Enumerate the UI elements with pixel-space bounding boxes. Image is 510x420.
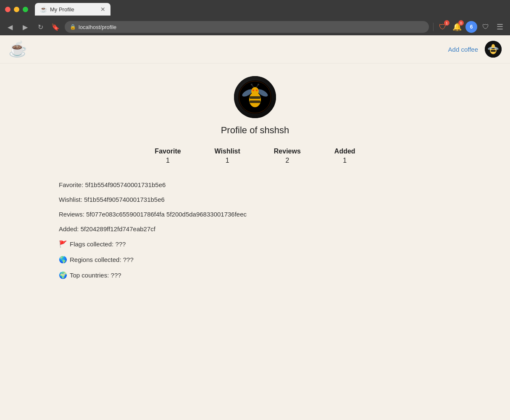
stats-row: Favorite 1 Wishlist 1 Reviews 2 Added 1 [155, 148, 355, 164]
svg-rect-3 [491, 50, 496, 52]
svg-rect-12 [250, 100, 260, 103]
stat-added: Added 1 [334, 148, 355, 164]
add-coffee-link[interactable]: Add coffee [448, 46, 478, 53]
svg-point-15 [256, 90, 258, 91]
url-text: localhost/profile [79, 24, 116, 30]
stat-wishlist-value: 1 [226, 157, 229, 164]
tab-favicon-icon: ☕ [40, 6, 47, 13]
forward-button[interactable]: ▶ [19, 21, 31, 33]
reload-button[interactable]: ↻ [34, 21, 46, 33]
address-bar[interactable]: 🔒 localhost/profile [65, 21, 429, 33]
avatar-bee-svg [485, 41, 502, 58]
traffic-lights [5, 7, 28, 12]
toolbar-actions: 🛡 1 🔔 0 6 🛡 ☰ [432, 21, 506, 33]
notification-badge: 0 [458, 20, 464, 26]
page-content: ☕ Add coffee [0, 35, 510, 420]
back-icon: ◀ [8, 23, 13, 31]
stat-wishlist: Wishlist 1 [215, 148, 240, 164]
maximize-button[interactable] [23, 7, 28, 12]
svg-point-17 [251, 84, 252, 85]
tab-close-button[interactable]: ✕ [100, 6, 105, 12]
stat-favorite-value: 1 [166, 157, 170, 164]
browser-chrome: ☕ My Profile ✕ ◀ ▶ ↻ 🔖 🔒 localhost/profi… [0, 0, 510, 35]
regions-emoji: 🌎 [59, 256, 67, 264]
forward-icon: ▶ [23, 23, 28, 31]
divider [433, 23, 434, 31]
wallet-button[interactable]: 🛡 [480, 21, 492, 33]
browser-titlebar: ☕ My Profile ✕ [0, 0, 510, 18]
profile-bee-svg [238, 80, 272, 114]
reviews-info: Reviews: 5f077e083c6559001786f4fa 5f200d… [59, 211, 286, 218]
header-right: Add coffee [448, 41, 502, 58]
svg-point-14 [252, 90, 254, 91]
extension-button[interactable]: 6 [465, 21, 477, 33]
back-button[interactable]: ◀ [4, 21, 16, 33]
user-avatar-image [485, 41, 502, 58]
regions-text: Regions collected: ??? [70, 256, 134, 263]
minimize-button[interactable] [14, 7, 19, 12]
tab-title: My Profile [50, 6, 97, 13]
bookmark-button[interactable]: 🔖 [50, 21, 61, 33]
active-tab[interactable]: ☕ My Profile ✕ [35, 3, 110, 16]
profile-avatar [234, 76, 276, 118]
tab-bar: ☕ My Profile ✕ [35, 0, 505, 18]
stat-reviews-value: 2 [285, 157, 289, 164]
flags-emoji: 🚩 [59, 240, 67, 248]
info-list: Favorite: 5f1b554f905740001731b5e6 Wishl… [25, 181, 319, 279]
added-info: Added: 5f204289ff12fd747eab27cf [59, 225, 286, 232]
lock-icon: 🔒 [70, 24, 76, 30]
logo-icon[interactable]: ☕ [8, 40, 27, 58]
close-button[interactable] [5, 7, 11, 12]
stat-added-label: Added [334, 148, 355, 155]
svg-point-13 [251, 87, 259, 95]
stat-reviews-label: Reviews [274, 148, 301, 155]
stat-added-value: 1 [343, 157, 347, 164]
reload-icon: ↻ [38, 23, 43, 31]
countries-info: 🌍 Top countries: ??? [59, 271, 286, 279]
regions-info: 🌎 Regions collected: ??? [59, 256, 286, 264]
bookmark-icon: 🔖 [51, 23, 60, 31]
stat-favorite: Favorite 1 [155, 148, 181, 164]
flags-info: 🚩 Flags collected: ??? [59, 240, 286, 248]
brave-shield-button[interactable]: 🛡 1 [437, 21, 449, 33]
stat-favorite-label: Favorite [155, 148, 181, 155]
countries-emoji: 🌍 [59, 271, 67, 279]
stat-wishlist-label: Wishlist [215, 148, 240, 155]
flags-text: Flags collected: ??? [70, 240, 126, 248]
svg-rect-11 [250, 96, 260, 99]
notification-button[interactable]: 🔔 0 [451, 21, 463, 33]
menu-button[interactable]: ☰ [494, 21, 506, 33]
brave-badge: 1 [444, 20, 450, 26]
page-header: ☕ Add coffee [0, 35, 510, 63]
svg-point-19 [258, 84, 259, 85]
browser-toolbar: ◀ ▶ ↻ 🔖 🔒 localhost/profile 🛡 1 🔔 0 [0, 18, 510, 35]
profile-avatar-bee [234, 76, 276, 118]
user-avatar[interactable] [485, 41, 502, 58]
countries-text: Top countries: ??? [70, 272, 121, 279]
favorite-info: Favorite: 5f1b554f905740001731b5e6 [59, 181, 286, 188]
profile-name: Profile of shshsh [221, 125, 289, 136]
wishlist-info: Wishlist: 5f1b554f905740001731b5e6 [59, 196, 286, 203]
stat-reviews: Reviews 2 [274, 148, 301, 164]
profile-section: Profile of shshsh Favorite 1 Wishlist 1 … [0, 63, 510, 288]
